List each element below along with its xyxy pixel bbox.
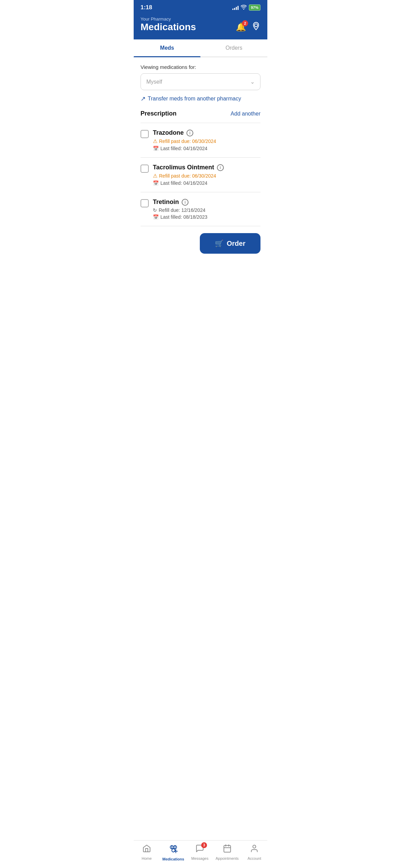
location-button[interactable] [252,22,260,33]
transfer-arrow-icon: ↗ [141,95,146,103]
warning-icon: ⚠ [153,173,157,179]
page-header: Your Pharmacy Medications 🔔 2 [134,14,267,39]
status-bar: 1:18 97% [134,0,267,14]
header-actions: 🔔 2 [236,22,260,33]
calendar-icon: 📅 [153,180,159,186]
prescription-header: Prescription Add another [141,110,260,117]
medication-checkbox-trazodone[interactable] [141,130,149,138]
medication-info-button[interactable]: i [182,199,189,206]
medication-status-text: Refill past due: 06/30/2024 [159,173,216,179]
medication-last-filled: 📅 Last filled: 08/18/2023 [153,214,260,220]
prescription-label: Prescription [141,110,177,117]
header-title-group: Your Pharmacy Medications [141,16,196,33]
cart-icon: 🛒 [215,239,223,248]
svg-point-0 [255,24,258,27]
order-button-wrapper: 🛒 Order [134,226,267,257]
medication-checkbox-tacrolimus[interactable] [141,165,149,173]
warning-icon: ⚠ [153,138,157,144]
medication-last-filled: 📅 Last filled: 04/16/2024 [153,180,260,186]
medication-status-text: Refill due: 12/16/2024 [159,207,205,213]
calendar-icon: 📅 [153,146,159,151]
medication-checkbox-tretinoin[interactable] [141,199,149,207]
battery-indicator: 97% [249,4,260,11]
signal-icon [232,5,239,10]
med-name-row: Tacrolimus Ointment i [153,164,260,171]
page-title: Medications [141,22,196,33]
patient-selector-dropdown[interactable]: Myself ⌄ [141,73,260,90]
medication-info-button[interactable]: i [217,164,224,171]
medication-item-tacrolimus: Tacrolimus Ointment i ⚠ Refill past due:… [141,158,260,192]
medication-info-button[interactable]: i [186,130,193,136]
wifi-icon [241,5,247,11]
refresh-icon: ↻ [153,207,157,213]
med-name-row: Trazodone i [153,129,260,136]
medication-name: Tacrolimus Ointment [153,164,214,171]
medication-status-text: Refill past due: 06/30/2024 [159,138,216,144]
medication-status: ↻ Refill due: 12/16/2024 [153,207,260,213]
notifications-button[interactable]: 🔔 2 [236,22,246,32]
chevron-down-icon: ⌄ [250,79,255,85]
medication-item-trazodone: Trazodone i ⚠ Refill past due: 06/30/202… [141,123,260,158]
medication-name: Trazodone [153,129,184,136]
pharmacy-label: Your Pharmacy [141,16,196,22]
transfer-meds-link[interactable]: ↗ Transfer meds from another pharmacy [141,95,260,103]
order-button-label: Order [227,240,245,248]
medication-info-tacrolimus: Tacrolimus Ointment i ⚠ Refill past due:… [153,164,260,186]
medication-item-tretinoin: Tretinoin i ↻ Refill due: 12/16/2024 📅 L… [141,192,260,226]
tab-meds[interactable]: Meds [134,39,200,57]
medication-name: Tretinoin [153,198,179,206]
medication-status: ⚠ Refill past due: 06/30/2024 [153,138,260,144]
status-icons: 97% [232,4,260,11]
transfer-meds-label: Transfer meds from another pharmacy [148,96,241,102]
status-time: 1:18 [141,4,152,11]
patient-selector-value: Myself [146,79,162,85]
medication-last-filled: 📅 Last filled: 04/16/2024 [153,146,260,151]
med-name-row: Tretinoin i [153,198,260,206]
tab-orders[interactable]: Orders [200,39,267,57]
medication-status: ⚠ Refill past due: 06/30/2024 [153,173,260,179]
medications-list: Trazodone i ⚠ Refill past due: 06/30/202… [141,123,260,226]
calendar-icon: 📅 [153,214,159,220]
medication-info-tretinoin: Tretinoin i ↻ Refill due: 12/16/2024 📅 L… [153,198,260,220]
tab-bar: Meds Orders [134,39,267,57]
viewing-label: Viewing medications for: [141,64,260,70]
order-button[interactable]: 🛒 Order [200,233,260,254]
medication-info-trazodone: Trazodone i ⚠ Refill past due: 06/30/202… [153,129,260,151]
add-another-button[interactable]: Add another [231,111,260,117]
main-content: Viewing medications for: Myself ⌄ ↗ Tran… [134,57,267,226]
notification-count: 2 [242,20,248,26]
